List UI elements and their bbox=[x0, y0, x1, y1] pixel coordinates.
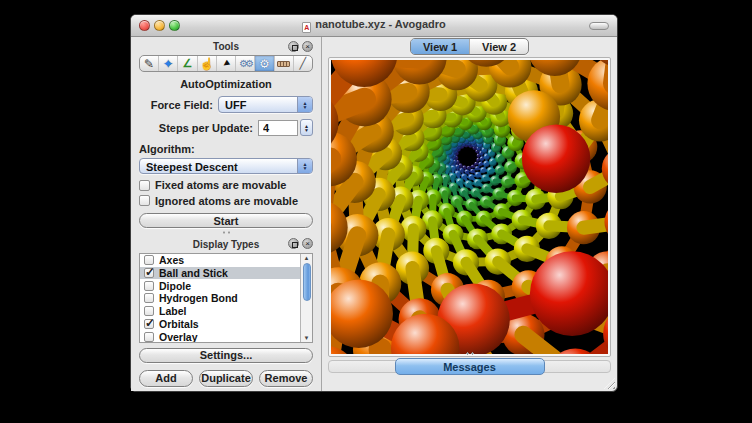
bond-angle-icon: ∠ bbox=[183, 58, 193, 69]
add-button[interactable]: Add bbox=[139, 370, 193, 387]
display-types-list: Axes ✓ Ball and Stick Dipole Hydroge bbox=[139, 253, 313, 343]
steps-stepper[interactable]: ▲▼ bbox=[300, 119, 313, 136]
traffic-lights bbox=[131, 20, 180, 31]
algorithm-label: Algorithm: bbox=[139, 143, 313, 155]
nanotube-render bbox=[331, 60, 608, 354]
pencil-icon: ✎ bbox=[144, 58, 154, 70]
force-field-value: UFF bbox=[219, 97, 297, 112]
zoom-window-button[interactable] bbox=[169, 20, 180, 31]
desktop: Ananotube.xyz - Avogadro Tools × ✎ ✦ ∠ bbox=[0, 0, 752, 423]
list-item-dipole[interactable]: Dipole bbox=[140, 279, 300, 292]
axes-checkbox[interactable] bbox=[144, 255, 154, 265]
window-content: Tools × ✎ ✦ ∠ ☝ ▲ ⚙⚙ ⚙ ╱ bbox=[131, 37, 617, 391]
left-dock: Tools × ✎ ✦ ∠ ☝ ▲ ⚙⚙ ⚙ ╱ bbox=[131, 37, 322, 391]
tab-view-1[interactable]: View 1 bbox=[411, 39, 469, 54]
list-item-label[interactable]: Label bbox=[140, 305, 300, 318]
ignored-atoms-label: Ignored atoms are movable bbox=[155, 195, 298, 207]
fixed-atoms-label: Fixed atoms are movable bbox=[155, 179, 286, 191]
list-item-hydrogen-bond[interactable]: Hydrogen Bond bbox=[140, 292, 300, 305]
settings-button[interactable]: Settings... bbox=[139, 348, 313, 363]
splitter-grip-icon bbox=[222, 231, 231, 234]
navigate-star-icon: ✦ bbox=[163, 58, 173, 70]
list-item-axes[interactable]: Axes bbox=[140, 254, 300, 267]
draw-tool-button[interactable]: ✎ bbox=[140, 56, 159, 71]
list-scrollbar[interactable]: ▲ ▼ bbox=[300, 254, 312, 342]
dipole-checkbox[interactable] bbox=[144, 281, 154, 291]
algorithm-value: Steepest Descent bbox=[140, 159, 297, 172]
view-tab-bar: View 1 View 2 bbox=[328, 37, 611, 55]
list-item-orbitals[interactable]: ✓ Orbitals bbox=[140, 318, 300, 331]
tools-panel-header: Tools × bbox=[139, 40, 313, 53]
measure-tool-button[interactable] bbox=[275, 56, 294, 71]
scrollbar-thumb[interactable] bbox=[303, 263, 311, 301]
scroll-down-icon[interactable]: ▼ bbox=[304, 334, 310, 342]
manipulate-tool-button[interactable]: ☝ bbox=[198, 56, 217, 71]
navigate-tool-button[interactable]: ✦ bbox=[159, 56, 178, 71]
overlay-checkbox[interactable] bbox=[144, 332, 154, 342]
bond-centric-tool-button[interactable]: ∠ bbox=[178, 56, 197, 71]
force-field-label: Force Field: bbox=[151, 99, 213, 111]
dropdown-arrows-icon: ▲▼ bbox=[297, 97, 312, 112]
minimize-window-button[interactable] bbox=[154, 20, 165, 31]
list-item-ball-and-stick[interactable]: ✓ Ball and Stick bbox=[140, 267, 300, 280]
tools-toolbar: ✎ ✦ ∠ ☝ ▲ ⚙⚙ ⚙ ╱ bbox=[139, 55, 313, 72]
dropdown-arrows-icon: ▲▼ bbox=[297, 159, 312, 172]
gears-icon: ⚙⚙ bbox=[239, 59, 251, 69]
hydrogen-bond-checkbox[interactable] bbox=[144, 293, 154, 303]
hand-icon: ☝ bbox=[199, 58, 214, 70]
autorotate-tool-button[interactable]: ⚙⚙ bbox=[236, 56, 255, 71]
autooptimize-tool-button[interactable]: ⚙ bbox=[255, 56, 274, 71]
gear-icon: ⚙ bbox=[259, 58, 270, 70]
cursor-arrow-icon: ▲ bbox=[219, 57, 233, 71]
messages-dock: Messages bbox=[328, 357, 611, 377]
display-types-float-button[interactable] bbox=[288, 238, 299, 249]
steps-per-update-input[interactable] bbox=[258, 120, 298, 136]
duplicate-button[interactable]: Duplicate bbox=[199, 370, 253, 387]
window-title-area: Ananotube.xyz - Avogadro bbox=[131, 18, 617, 33]
force-field-dropdown[interactable]: UFF ▲▼ bbox=[218, 96, 313, 113]
gl-viewport-frame bbox=[328, 57, 611, 357]
window-title: nanotube.xyz - Avogadro bbox=[315, 18, 446, 30]
start-button[interactable]: Start bbox=[139, 213, 313, 228]
steps-per-update-label: Steps per Update: bbox=[159, 122, 253, 134]
display-types-panel-header: Display Types × bbox=[139, 237, 313, 250]
ruler-icon bbox=[277, 61, 290, 67]
label-checkbox[interactable] bbox=[144, 306, 154, 316]
window-titlebar[interactable]: Ananotube.xyz - Avogadro bbox=[131, 15, 617, 37]
ignored-atoms-checkbox[interactable] bbox=[139, 195, 150, 206]
tool-settings-title: AutoOptimization bbox=[139, 78, 313, 90]
avogadro-window: Ananotube.xyz - Avogadro Tools × ✎ ✦ ∠ bbox=[130, 14, 618, 392]
orbitals-checkbox[interactable]: ✓ bbox=[144, 319, 154, 329]
close-window-button[interactable] bbox=[139, 20, 150, 31]
toolbar-pill-button[interactable] bbox=[589, 22, 609, 30]
ball-and-stick-checkbox[interactable]: ✓ bbox=[144, 268, 154, 278]
tools-close-button[interactable]: × bbox=[302, 41, 313, 52]
tools-panel-title: Tools bbox=[139, 41, 313, 52]
view-pane: View 1 View 2 Messages bbox=[322, 37, 617, 391]
document-proxy-icon: A bbox=[302, 22, 311, 33]
align-line-icon: ╱ bbox=[300, 58, 307, 69]
list-item-overlay[interactable]: Overlay bbox=[140, 330, 300, 341]
selection-tool-button[interactable]: ▲ bbox=[217, 56, 236, 71]
tools-float-button[interactable] bbox=[288, 41, 299, 52]
display-types-close-button[interactable]: × bbox=[302, 238, 313, 249]
algorithm-dropdown[interactable]: Steepest Descent ▲▼ bbox=[139, 158, 313, 173]
display-types-panel-title: Display Types bbox=[139, 239, 313, 250]
tab-view-2[interactable]: View 2 bbox=[469, 39, 528, 54]
scroll-up-icon[interactable]: ▲ bbox=[304, 254, 310, 262]
dock-splitter[interactable] bbox=[139, 228, 313, 236]
splitter-grip-icon bbox=[465, 352, 474, 355]
align-tool-button[interactable]: ╱ bbox=[294, 56, 312, 71]
fixed-atoms-checkbox[interactable] bbox=[139, 180, 150, 191]
messages-button[interactable]: Messages bbox=[395, 358, 545, 375]
molecule-viewport[interactable] bbox=[331, 60, 608, 354]
remove-button[interactable]: Remove bbox=[259, 370, 313, 387]
